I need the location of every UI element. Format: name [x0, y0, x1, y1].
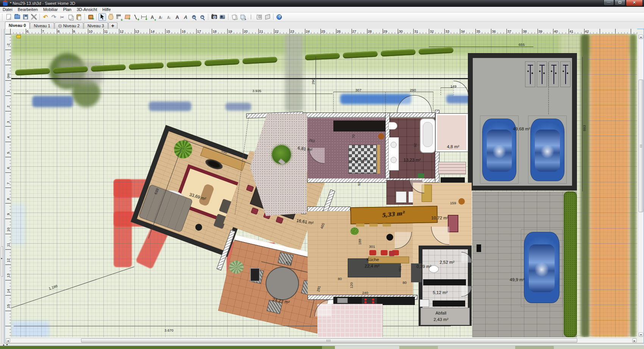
dimension-label[interactable]: 290: [311, 78, 315, 85]
room-area-label[interactable]: 6,81 m²: [297, 146, 313, 152]
dimension-label[interactable]: 149: [450, 84, 456, 88]
pan-icon[interactable]: [107, 13, 114, 21]
add-level-tab[interactable]: +: [108, 22, 117, 29]
cut-icon[interactable]: [58, 13, 66, 21]
menu-datei[interactable]: Datei: [0, 7, 15, 13]
frame-icon[interactable]: [255, 13, 263, 21]
dimension-label[interactable]: 80: [403, 280, 407, 285]
dimension-label[interactable]: 3.935: [252, 89, 261, 93]
bold-icon[interactable]: [174, 13, 181, 21]
dimension-label[interactable]: 423: [285, 260, 292, 266]
splitter-arrow-icon[interactable]: ▸: [1, 257, 3, 260]
tab-niveau-0[interactable]: Niveau 0: [5, 22, 30, 29]
dimension-label[interactable]: 883: [582, 125, 586, 131]
horizontal-splitter[interactable]: ▲ ▼: [0, 343, 644, 346]
pages-icon[interactable]: [230, 13, 238, 21]
toolbar-grip[interactable]: [1, 14, 4, 20]
room-area-label[interactable]: Abfall: [436, 311, 447, 315]
dimension-label[interactable]: 120: [349, 282, 353, 288]
zoom-in-icon[interactable]: [190, 13, 198, 21]
increase-text-size-icon[interactable]: [157, 13, 164, 21]
dimension-label[interactable]: 80: [338, 277, 342, 281]
italic-icon[interactable]: [182, 13, 189, 21]
preferences-icon[interactable]: [30, 13, 38, 21]
redo-icon[interactable]: [50, 13, 58, 21]
dimension-label[interactable]: 92: [357, 182, 361, 186]
help-icon[interactable]: [275, 13, 283, 21]
dimension-label[interactable]: 307: [355, 88, 361, 92]
panel-scroll-thumb[interactable]: [1, 246, 3, 277]
photo-icon[interactable]: [210, 13, 218, 21]
dimension-label[interactable]: 92: [413, 143, 417, 147]
plan-canvas[interactable]: 33,69 m²16,61 m²6,81 m²14,19 m²13,23 m²4…: [11, 34, 637, 337]
dimension-label[interactable]: 192: [418, 291, 422, 297]
tab-niveau-3[interactable]: Niveau 3: [84, 22, 108, 29]
mirror-icon[interactable]: [247, 13, 255, 21]
close-button[interactable]: ✕: [626, 0, 643, 6]
room-area-label[interactable]: 14,19 m²: [350, 158, 367, 162]
menu-3d-ansicht[interactable]: 3D-Ansicht: [74, 7, 100, 13]
dimension-label[interactable]: 188: [358, 239, 362, 245]
zoom-out-icon[interactable]: [199, 13, 206, 21]
splitter-collapse-down-icon[interactable]: ▼: [6, 343, 8, 346]
tab-niveau-2[interactable]: Niveau 2: [55, 22, 83, 29]
room-area-label[interactable]: 49,68 m²: [513, 127, 530, 131]
dimension-label[interactable]: 1.199: [48, 284, 58, 291]
scroll-right-button[interactable]: ►: [632, 338, 637, 343]
dimension-label[interactable]: 290: [410, 88, 416, 92]
scroll-up-button[interactable]: ▲: [639, 34, 643, 39]
dimension-label[interactable]: 3.670: [164, 328, 174, 332]
maximize-button[interactable]: [614, 0, 625, 6]
menu-bearbeiten[interactable]: Bearbeiten: [15, 7, 41, 13]
room-area-label[interactable]: 49,9 m²: [510, 277, 525, 282]
scroll-left-button[interactable]: ◄: [6, 338, 10, 343]
room-area-label[interactable]: 10,72 m²: [431, 216, 448, 220]
room-area-label[interactable]: 22,4 m²: [365, 264, 380, 268]
video-icon[interactable]: [219, 13, 226, 21]
scroll-down-button[interactable]: ▼: [639, 332, 643, 337]
dimension-label[interactable]: 633: [153, 188, 159, 195]
create-rooms-icon[interactable]: [123, 13, 131, 21]
vertical-scrollbar[interactable]: ▲ ▼: [638, 34, 644, 337]
room-area-label[interactable]: 0,39 m²: [417, 264, 431, 269]
create-polylines-icon[interactable]: [132, 13, 139, 21]
room-area-label[interactable]: 2,43 m²: [434, 317, 449, 322]
new-home-icon[interactable]: [5, 13, 13, 21]
room-area-label[interactable]: 5,12 m²: [433, 290, 448, 295]
room-area-label[interactable]: 13,23 m²: [403, 158, 420, 162]
add-furniture-icon[interactable]: [87, 13, 94, 21]
dimension-label[interactable]: 301: [369, 244, 375, 249]
dimension-label[interactable]: 655: [519, 42, 525, 47]
room-area-label[interactable]: 2,52 m²: [440, 260, 455, 264]
paste-icon[interactable]: [75, 13, 83, 21]
create-walls-icon[interactable]: [115, 13, 123, 21]
minimize-button[interactable]: —: [603, 0, 614, 6]
room-area-label[interactable]: 4,8 m²: [447, 144, 460, 149]
splitter-collapse-up-icon[interactable]: ▲: [2, 343, 5, 346]
collapsed-3d-view[interactable]: [0, 346, 644, 349]
dimension-label[interactable]: 465: [319, 222, 325, 230]
menu-hilfe[interactable]: Hilfe: [100, 7, 113, 13]
polygon-icon[interactable]: [264, 13, 271, 21]
menu-plan[interactable]: Plan: [60, 7, 74, 13]
horizontal-scrollbar[interactable]: ◄ ►: [5, 338, 637, 343]
dimension-label[interactable]: 263: [308, 138, 315, 144]
layers-icon[interactable]: [239, 13, 246, 21]
tab-niveau-1[interactable]: Niveau 1: [30, 22, 54, 29]
room-area-label[interactable]: Küche: [367, 257, 379, 262]
copy-icon[interactable]: [67, 13, 74, 21]
decrease-text-size-icon[interactable]: [165, 13, 173, 21]
select-icon[interactable]: [98, 13, 106, 21]
room-area-label[interactable]: 5,33 m²: [381, 210, 404, 218]
dimension-label[interactable]: 291: [316, 285, 321, 292]
room-area-label[interactable]: 16,61 m²: [296, 218, 314, 225]
open-icon[interactable]: [13, 13, 21, 21]
create-dimensions-icon[interactable]: [140, 13, 148, 21]
add-text-icon[interactable]: [148, 13, 156, 21]
menu-mobiliar[interactable]: Mobiliar: [41, 7, 61, 13]
undo-icon[interactable]: [42, 13, 49, 21]
dimension-label[interactable]: 159: [450, 201, 456, 205]
room-area-label[interactable]: 33,69 m²: [189, 192, 207, 201]
dimension-label[interactable]: 481: [398, 266, 402, 272]
dimension-label[interactable]: 70: [351, 135, 355, 139]
